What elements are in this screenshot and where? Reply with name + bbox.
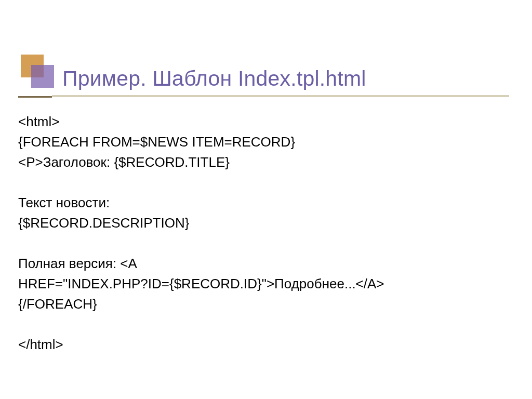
title-underline-dark <box>18 96 52 98</box>
title-underline-light <box>52 95 509 97</box>
code-line: Текст новости: <box>18 193 384 213</box>
blank-line <box>18 233 384 254</box>
code-line: <P>Заголовок: {$RECORD.TITLE} <box>18 152 384 172</box>
blank-line <box>18 172 384 193</box>
decorative-squares <box>21 55 57 91</box>
code-line: {/FOREACH} <box>18 294 384 314</box>
code-line: </html> <box>18 335 384 355</box>
code-line: Полная версия: <A <box>18 254 384 274</box>
code-line: {$RECORD.DESCRIPTION} <box>18 213 384 233</box>
purple-square <box>31 65 54 88</box>
code-content: <html> {FOREACH FROM=$NEWS ITEM=RECORD} … <box>18 112 384 355</box>
blank-line <box>18 314 384 335</box>
code-line: HREF="INDEX.PHP?ID={$RECORD.ID}">Подробн… <box>18 274 384 294</box>
code-line: <html> <box>18 112 384 132</box>
code-line: {FOREACH FROM=$NEWS ITEM=RECORD} <box>18 132 384 152</box>
slide-title: Пример. Шаблон Index.tpl.html <box>62 66 366 91</box>
